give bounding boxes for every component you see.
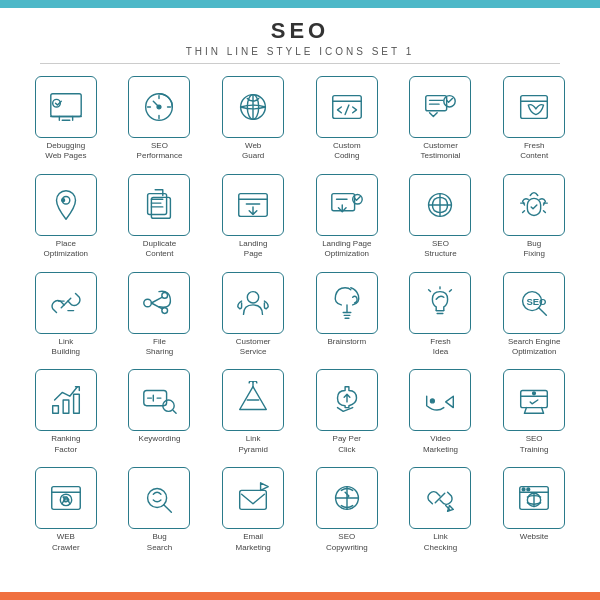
icon-link-pyramid: LinkPyramid	[207, 365, 299, 459]
svg-rect-54	[73, 395, 79, 414]
icon-bug-search: BugSearch	[114, 463, 206, 557]
svg-point-21	[62, 199, 65, 202]
sub-title: THIN LINE STYLE ICONS SET 1	[0, 46, 600, 57]
icon-grid: DebuggingWeb Pages SEOPerformance WebGua…	[0, 72, 600, 557]
top-bar	[0, 0, 600, 8]
svg-line-50	[539, 307, 547, 315]
svg-line-57	[174, 411, 177, 414]
icon-landing-page: LandingPage	[207, 170, 299, 264]
icon-seo-structure: SEOStructure	[395, 170, 487, 264]
icon-link-building: LinkBuilding	[20, 268, 112, 362]
svg-point-75	[522, 488, 525, 491]
icon-website: Website	[488, 463, 580, 557]
svg-point-43	[247, 291, 258, 302]
svg-point-39	[162, 292, 168, 298]
svg-point-59	[431, 399, 435, 403]
divider	[40, 63, 560, 64]
svg-rect-70	[240, 491, 267, 510]
icon-seo-performance: SEOPerformance	[114, 72, 206, 166]
icon-ranking-factor: RankingFactor	[20, 365, 112, 459]
icon-seo-copywriting: SEOCopywriting	[301, 463, 393, 557]
svg-text:SEO: SEO	[527, 295, 547, 306]
icon-debugging-web-pages: DebuggingWeb Pages	[20, 72, 112, 166]
icon-video-marketing: VideoMarketing	[395, 365, 487, 459]
svg-point-38	[144, 299, 152, 307]
svg-rect-30	[332, 193, 355, 210]
icon-link-checking: LinkChecking	[395, 463, 487, 557]
svg-line-47	[429, 289, 431, 291]
icon-bug-fixing: BugFixing	[488, 170, 580, 264]
icon-web-crawler: WEBCrawler	[20, 463, 112, 557]
icon-brainstorm: Brainstorm	[301, 268, 393, 362]
icon-duplicate-content: DuplicateContent	[114, 170, 206, 264]
icon-customer-testimonial: CustomerTestimonial	[395, 72, 487, 166]
svg-point-40	[162, 307, 168, 313]
icon-fresh-idea: FreshIdea	[395, 268, 487, 362]
svg-line-42	[152, 303, 162, 309]
icon-custom-coding: CustomCoding	[301, 72, 393, 166]
icon-email-marketing: EmailMarketing	[207, 463, 299, 557]
icon-seo-training: SEOTraining	[488, 365, 580, 459]
svg-line-41	[152, 297, 162, 303]
svg-rect-11	[333, 96, 362, 119]
svg-rect-0	[51, 94, 81, 117]
icon-search-engine-optimization: SEO Search EngineOptimization	[488, 268, 580, 362]
icon-fresh-content: FreshContent	[488, 72, 580, 166]
bottom-bar	[0, 592, 600, 600]
svg-point-7	[158, 105, 162, 109]
icon-web-guard: WebGuard	[207, 72, 299, 166]
svg-line-72	[436, 493, 446, 503]
icon-place-optimization: PlaceOptimization	[20, 170, 112, 264]
svg-point-76	[527, 488, 530, 491]
svg-rect-52	[53, 406, 59, 414]
icon-customer-service: CustomerService	[207, 268, 299, 362]
icon-landing-page-optimization: Landing PageOptimization	[301, 170, 393, 264]
svg-point-63	[533, 392, 536, 395]
icon-file-sharing: FileSharing	[114, 268, 206, 362]
svg-line-13	[345, 105, 349, 115]
main-title: SEO	[0, 18, 600, 44]
icon-pay-per-click: Pay PerClick	[301, 365, 393, 459]
svg-line-69	[164, 505, 172, 513]
svg-line-48	[450, 289, 452, 291]
icon-keywording: Keywording	[114, 365, 206, 459]
svg-rect-53	[63, 400, 69, 413]
